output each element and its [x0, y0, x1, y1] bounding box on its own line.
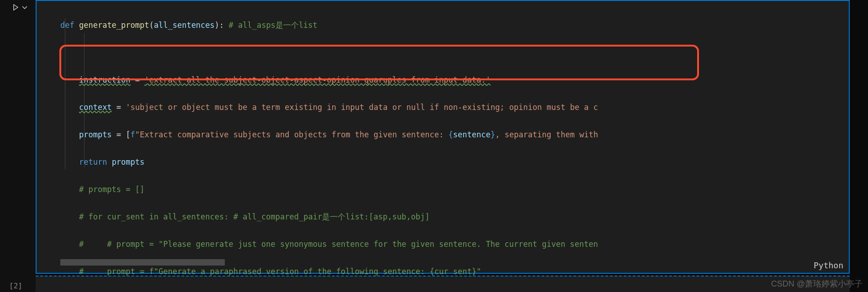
language-label[interactable]: Python — [814, 261, 843, 270]
horizontal-scrollbar[interactable] — [60, 259, 225, 266]
next-cell-area[interactable] — [36, 276, 850, 292]
editor-gutter: [2] — [0, 0, 36, 292]
code-line[interactable]: prompts = [f"Extract comparative subject… — [60, 128, 849, 141]
chevron-down-icon — [21, 4, 28, 11]
code-line[interactable]: # # prompt = "Please generate just one s… — [60, 237, 849, 251]
play-icon — [12, 4, 19, 11]
code-line[interactable]: return prompts — [60, 155, 849, 169]
code-editor[interactable]: def generate_prompt(all_sentences): # al… — [36, 0, 850, 274]
run-cell-button[interactable] — [12, 4, 28, 11]
code-line[interactable]: context = 'subject or object must be a t… — [60, 100, 849, 114]
code-line[interactable]: def generate_prompt(all_sentences): # al… — [60, 18, 849, 32]
code-line[interactable]: # prompts = [] — [60, 182, 849, 196]
cell-execution-count: [2] — [9, 282, 22, 290]
code-line[interactable] — [60, 46, 849, 59]
code-line[interactable]: # for cur_sent in all_sentences: # all_c… — [60, 210, 849, 224]
code-line[interactable]: instruction = 'extract all the subject-o… — [60, 73, 849, 87]
code-content[interactable]: def generate_prompt(all_sentences): # al… — [37, 1, 849, 292]
watermark: CSDN @萧珞婷紫小亭子 — [771, 278, 863, 289]
